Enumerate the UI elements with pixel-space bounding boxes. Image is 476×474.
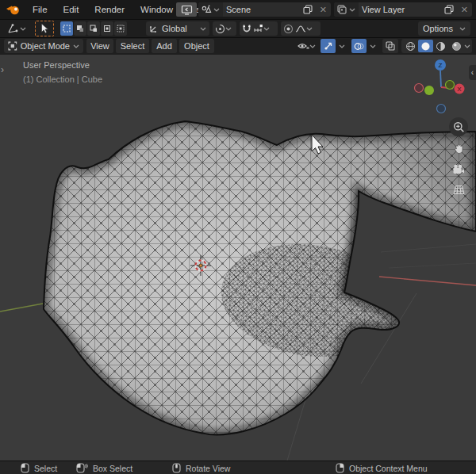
magnet-icon	[242, 24, 251, 34]
chevron-down-icon	[309, 44, 316, 48]
menu-object[interactable]: Object	[179, 39, 214, 53]
cursor-arrow-icon	[40, 23, 49, 34]
menu-select[interactable]: Select	[116, 39, 149, 53]
show-overlays-toggle[interactable]	[351, 39, 367, 53]
gizmo-y-neg-ball[interactable]	[446, 81, 455, 90]
xray-toggle[interactable]	[382, 39, 398, 53]
chevron-down-icon	[459, 27, 466, 31]
view-layer-name[interactable]: View Layer	[359, 5, 441, 14]
scene-selector[interactable]: Scene ✕	[198, 2, 331, 17]
menu-render[interactable]: Render	[86, 0, 132, 19]
select-intersect-icon	[117, 25, 125, 32]
toggle-ortho-button[interactable]	[449, 180, 468, 199]
shading-material-icon	[436, 41, 446, 52]
chevron-down-icon	[306, 27, 313, 31]
menu-window[interactable]: Window	[132, 0, 181, 19]
editor-type-icon	[8, 24, 20, 34]
gizmo-z-ball[interactable]: Z	[435, 59, 446, 71]
blender-logo-icon[interactable]	[0, 3, 25, 16]
object-mode-icon	[8, 41, 17, 51]
menu-view-label: View	[90, 41, 109, 51]
gizmo-y-ball[interactable]	[424, 86, 434, 95]
view-layer-remove-button[interactable]: ✕	[457, 5, 472, 15]
gizmo-z-stem	[440, 71, 441, 87]
status-hint-rotate-view: Rotate View	[172, 461, 230, 474]
editor-type-button[interactable]	[4, 21, 29, 36]
mouse-left-drag-icon	[76, 463, 88, 473]
chevron-down-icon	[213, 8, 220, 12]
status-hint-select: Select	[21, 461, 57, 474]
pan-view-button[interactable]	[449, 139, 468, 158]
scene-new-button[interactable]	[300, 2, 316, 17]
select-mode-intersect-button[interactable]	[114, 21, 127, 36]
shading-solid-button[interactable]	[418, 40, 434, 52]
select-mode-invert-button[interactable]	[101, 21, 113, 36]
active-tool-select-box-button[interactable]	[35, 21, 54, 36]
scene-browse-button[interactable]	[198, 2, 223, 17]
magnifier-plus-icon	[453, 121, 465, 133]
gizmo-dropdown[interactable]	[336, 39, 347, 53]
select-mode-extend-button[interactable]	[74, 21, 86, 36]
workspace-screen-icon	[181, 5, 193, 15]
menu-add[interactable]: Add	[152, 39, 177, 53]
camera-view-button[interactable]	[449, 159, 468, 178]
mouse-right-icon	[336, 463, 344, 473]
mode-dropdown[interactable]: Object Mode	[4, 39, 83, 53]
options-label: Options	[423, 24, 453, 33]
overlays-dropdown[interactable]	[367, 39, 378, 53]
hand-icon	[453, 143, 465, 155]
shading-wireframe-button[interactable]	[403, 40, 418, 52]
gizmo-z-neg-ball[interactable]	[437, 105, 446, 113]
xray-icon	[386, 41, 395, 51]
menu-file[interactable]: File	[25, 0, 56, 19]
snapping-controls[interactable]	[240, 21, 278, 36]
scene-icon	[202, 5, 212, 14]
chevron-down-icon	[200, 27, 206, 31]
shading-solid-icon	[420, 41, 431, 52]
mouse-middle-icon	[172, 463, 181, 473]
menu-add-label: Add	[156, 41, 172, 51]
workspace-screen-button[interactable]	[176, 2, 197, 17]
axis-x-line	[379, 277, 476, 285]
gizmo-x-neg-ball[interactable]	[415, 84, 424, 93]
scene-name[interactable]: Scene	[223, 5, 300, 14]
viewport-canvas[interactable]: Z X	[0, 55, 476, 461]
pivot-point-dropdown[interactable]	[213, 21, 236, 36]
view-layer-new-button[interactable]	[441, 2, 457, 17]
viewport-3d[interactable]: Z X User Perspective (1) Collection | Cu…	[0, 55, 476, 461]
shading-rendered-icon	[451, 41, 462, 52]
menu-edit[interactable]: Edit	[56, 0, 87, 19]
select-invert-icon	[103, 25, 111, 32]
proportional-editing-controls[interactable]	[281, 21, 321, 36]
chevron-down-icon	[73, 44, 79, 48]
viewport-header: Object Mode View Select Add Object	[0, 38, 476, 55]
orientation-global-icon	[149, 24, 159, 33]
object-visibility-dropdown[interactable]	[294, 39, 319, 53]
proportional-editing-icon	[283, 24, 294, 34]
select-mode-subtract-button[interactable]	[87, 21, 100, 36]
scene-unlink-button[interactable]: ✕	[316, 5, 331, 15]
chevron-down-icon	[370, 44, 376, 48]
sidebar-expand-tab[interactable]: ‹	[469, 65, 476, 80]
orientation-label: Global	[159, 24, 200, 33]
gizmo-x-label: X	[457, 86, 462, 93]
shading-material-button[interactable]	[433, 40, 449, 52]
status-hint-context-menu: Object Context Menu	[336, 461, 428, 474]
options-dropdown[interactable]: Options	[418, 21, 470, 36]
status-label: Object Context Menu	[349, 464, 428, 473]
menu-view[interactable]: View	[86, 39, 113, 53]
status-label: Box Select	[93, 464, 132, 473]
transform-orientation-dropdown[interactable]: Global	[146, 21, 209, 36]
navigation-gizmo[interactable]: Z X	[415, 59, 465, 113]
mesh-object[interactable]	[44, 121, 476, 434]
gizmo-z-label: Z	[439, 62, 443, 69]
select-mode-set-button[interactable]	[60, 21, 73, 36]
gizmo-x-ball[interactable]: X	[455, 84, 465, 94]
view-layer-selector[interactable]: View Layer ✕	[334, 2, 472, 17]
view-layer-icon	[337, 5, 347, 14]
view-layer-browse-button[interactable]	[334, 2, 359, 17]
show-gizmo-toggle[interactable]	[321, 39, 336, 53]
zoom-view-button[interactable]	[449, 117, 468, 136]
chevron-down-icon[interactable]	[464, 44, 470, 48]
shading-rendered-button[interactable]	[449, 40, 465, 52]
